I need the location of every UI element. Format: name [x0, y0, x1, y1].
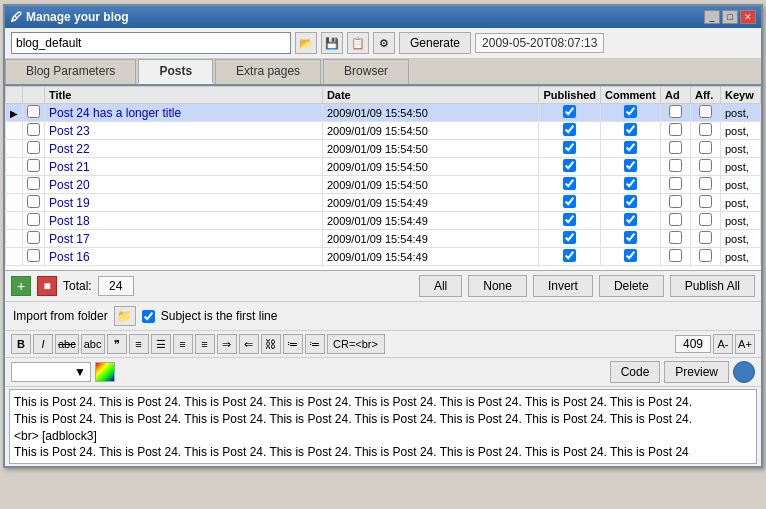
- invert-button[interactable]: Invert: [533, 275, 593, 297]
- row-comment-checkbox[interactable]: [624, 231, 637, 244]
- all-button[interactable]: All: [419, 275, 462, 297]
- maximize-button[interactable]: □: [722, 10, 738, 24]
- row-select-checkbox[interactable]: [27, 141, 40, 154]
- col-title[interactable]: Title: [45, 87, 323, 104]
- cr-br-button[interactable]: CR=<br>: [327, 334, 385, 354]
- row-select-checkbox[interactable]: [27, 195, 40, 208]
- row-title-link[interactable]: Post 20: [49, 178, 90, 192]
- row-select-checkbox[interactable]: [27, 123, 40, 136]
- subject-first-line-checkbox[interactable]: [142, 310, 155, 323]
- add-post-button[interactable]: +: [11, 276, 31, 296]
- row-title[interactable]: Post 16: [45, 248, 323, 266]
- list-ul-button[interactable]: ≔: [283, 334, 303, 354]
- row-published-checkbox[interactable]: [563, 249, 576, 262]
- row-ad-checkbox[interactable]: [669, 231, 682, 244]
- font-dropdown[interactable]: ▼: [11, 362, 91, 382]
- row-select-checkbox[interactable]: [27, 231, 40, 244]
- outdent-button[interactable]: ⇐: [239, 334, 259, 354]
- minimize-button[interactable]: _: [704, 10, 720, 24]
- row-title-link[interactable]: Post 16: [49, 250, 90, 264]
- col-date[interactable]: Date: [322, 87, 539, 104]
- row-comment-checkbox[interactable]: [624, 213, 637, 226]
- table-row[interactable]: Post 172009/01/09 15:54:49post,: [6, 230, 761, 248]
- publish-all-button[interactable]: Publish All: [670, 275, 755, 297]
- none-button[interactable]: None: [468, 275, 527, 297]
- tab-browser[interactable]: Browser: [323, 59, 409, 84]
- row-title-link[interactable]: Post 19: [49, 196, 90, 210]
- row-published-checkbox[interactable]: [563, 231, 576, 244]
- indent-button[interactable]: ⇒: [217, 334, 237, 354]
- row-aff-checkbox[interactable]: [699, 249, 712, 262]
- row-title-link[interactable]: Post 17: [49, 232, 90, 246]
- col-comment[interactable]: Comment: [601, 87, 661, 104]
- row-aff-checkbox[interactable]: [699, 195, 712, 208]
- table-row[interactable]: Post 202009/01/09 15:54:50post,: [6, 176, 761, 194]
- blockquote-button[interactable]: ❞: [107, 334, 127, 354]
- preview-button[interactable]: Preview: [664, 361, 729, 383]
- row-comment-checkbox[interactable]: [624, 195, 637, 208]
- save-as-button[interactable]: 📋: [347, 32, 369, 54]
- row-select-checkbox[interactable]: [27, 105, 40, 118]
- row-published-checkbox[interactable]: [563, 105, 576, 118]
- list-ol-button[interactable]: ≔: [305, 334, 325, 354]
- row-title-link[interactable]: Post 22: [49, 142, 90, 156]
- row-title-link[interactable]: Post 24 has a longer title: [49, 106, 181, 120]
- row-aff-checkbox[interactable]: [699, 231, 712, 244]
- row-title[interactable]: Post 18: [45, 212, 323, 230]
- row-title[interactable]: Post 22: [45, 140, 323, 158]
- row-comment-checkbox[interactable]: [624, 141, 637, 154]
- close-button[interactable]: ✕: [740, 10, 756, 24]
- row-aff-checkbox[interactable]: [699, 123, 712, 136]
- tab-extra-pages[interactable]: Extra pages: [215, 59, 321, 84]
- table-row[interactable]: Post 232009/01/09 15:54:50post,: [6, 122, 761, 140]
- table-row[interactable]: ▶Post 24 has a longer title2009/01/09 15…: [6, 104, 761, 122]
- row-aff-checkbox[interactable]: [699, 105, 712, 118]
- row-ad-checkbox[interactable]: [669, 105, 682, 118]
- remove-post-button[interactable]: ■: [37, 276, 57, 296]
- row-ad-checkbox[interactable]: [669, 195, 682, 208]
- row-comment-checkbox[interactable]: [624, 249, 637, 262]
- row-title[interactable]: Post 17: [45, 230, 323, 248]
- table-row[interactable]: Post 222009/01/09 15:54:50post,: [6, 140, 761, 158]
- align-center-button[interactable]: ☰: [151, 334, 171, 354]
- blog-name-input[interactable]: [11, 32, 291, 54]
- row-ad-checkbox[interactable]: [669, 159, 682, 172]
- row-select-checkbox[interactable]: [27, 177, 40, 190]
- row-title[interactable]: Post 21: [45, 158, 323, 176]
- row-select-checkbox[interactable]: [27, 249, 40, 262]
- row-ad-checkbox[interactable]: [669, 141, 682, 154]
- row-published-checkbox[interactable]: [563, 141, 576, 154]
- generate-button[interactable]: Generate: [399, 32, 471, 54]
- row-ad-checkbox[interactable]: [669, 177, 682, 190]
- row-title[interactable]: Post 20: [45, 176, 323, 194]
- underline-button[interactable]: abc: [81, 334, 105, 354]
- row-comment-checkbox[interactable]: [624, 123, 637, 136]
- table-row[interactable]: Post 212009/01/09 15:54:50post,: [6, 158, 761, 176]
- row-aff-checkbox[interactable]: [699, 177, 712, 190]
- row-aff-checkbox[interactable]: [699, 141, 712, 154]
- font-decrease-button[interactable]: A-: [713, 334, 733, 354]
- col-keyw[interactable]: Keyw: [721, 87, 761, 104]
- save-button[interactable]: 💾: [321, 32, 343, 54]
- row-select-checkbox[interactable]: [27, 213, 40, 226]
- settings-button[interactable]: ⚙: [373, 32, 395, 54]
- row-aff-checkbox[interactable]: [699, 213, 712, 226]
- col-ad[interactable]: Ad: [661, 87, 691, 104]
- row-title[interactable]: Post 19: [45, 194, 323, 212]
- row-comment-checkbox[interactable]: [624, 105, 637, 118]
- row-published-checkbox[interactable]: [563, 213, 576, 226]
- row-ad-checkbox[interactable]: [669, 249, 682, 262]
- editor-area[interactable]: This is Post 24. This is Post 24. This i…: [9, 389, 757, 464]
- justify-button[interactable]: ≡: [195, 334, 215, 354]
- row-comment-checkbox[interactable]: [624, 159, 637, 172]
- row-title-link[interactable]: Post 18: [49, 214, 90, 228]
- row-title-link[interactable]: Post 23: [49, 124, 90, 138]
- col-published[interactable]: Published: [539, 87, 601, 104]
- row-published-checkbox[interactable]: [563, 159, 576, 172]
- row-published-checkbox[interactable]: [563, 123, 576, 136]
- globe-icon[interactable]: [733, 361, 755, 383]
- open-folder-button[interactable]: 📂: [295, 32, 317, 54]
- row-ad-checkbox[interactable]: [669, 123, 682, 136]
- code-button[interactable]: Code: [610, 361, 661, 383]
- align-right-button[interactable]: ≡: [173, 334, 193, 354]
